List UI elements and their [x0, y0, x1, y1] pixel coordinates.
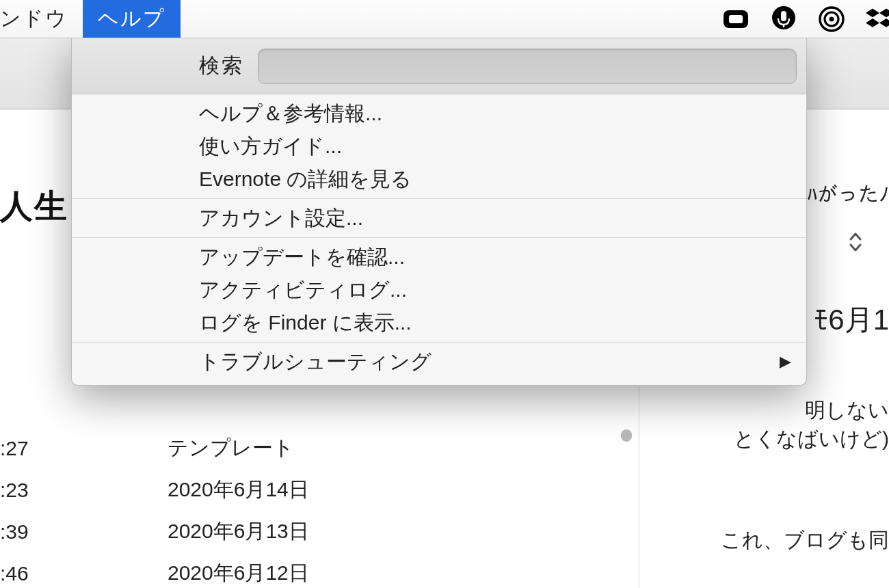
menu-group: アップデートを確認... アクティビティログ... ログを Finder に表示…	[72, 238, 806, 343]
menu-item-evernote-details[interactable]: Evernote の詳細を見る	[72, 163, 806, 196]
menu-item-label: トラブルシューティング	[199, 348, 432, 376]
menu-item-activity-log[interactable]: アクティビティログ...	[72, 273, 806, 306]
svg-rect-1	[729, 15, 743, 23]
row-time: :27	[0, 437, 58, 460]
menu-group: ヘルプ＆参考情報... 使い方ガイド... Evernote の詳細を見る	[72, 94, 806, 199]
submenu-arrow-icon: ▶	[780, 353, 791, 371]
help-search-input[interactable]	[258, 49, 797, 84]
detail-body-line: 明しない	[805, 397, 889, 425]
help-search-label: 検索	[199, 52, 244, 80]
menubar: ンドウ ヘルプ	[0, 0, 889, 38]
scrollbar-thumb[interactable]	[621, 429, 632, 442]
mic-icon[interactable]	[770, 5, 797, 33]
row-time: :23	[0, 479, 58, 502]
help-dropdown-menu: 検索 ヘルプ＆参考情報... 使い方ガイド... Evernote の詳細を見る…	[71, 38, 807, 386]
target-icon[interactable]	[818, 5, 845, 33]
video-icon[interactable]	[722, 5, 749, 33]
menu-item-show-log-finder[interactable]: ログを Finder に表示...	[72, 306, 806, 339]
list-item[interactable]: :46 2020年6月12日	[0, 552, 639, 588]
detail-date-fragment: ﾓ6月1	[814, 301, 889, 339]
sort-chevrons-icon[interactable]	[848, 231, 863, 258]
menu-item-troubleshooting[interactable]: トラブルシューティング ▶	[72, 345, 806, 378]
dropbox-icon[interactable]	[866, 5, 889, 33]
list-item[interactable]: :27 テンプレート	[0, 427, 639, 469]
row-label: 2020年6月13日	[58, 518, 309, 546]
menu-group: トラブルシューティング ▶	[72, 343, 806, 381]
svg-rect-3	[781, 11, 786, 21]
list-item[interactable]: :39 2020年6月13日	[0, 511, 639, 552]
menu-item-usage-guide[interactable]: 使い方ガイド...	[72, 130, 806, 163]
help-search-row: 検索	[72, 38, 806, 94]
row-label: 2020年6月12日	[58, 559, 309, 587]
svg-point-7	[830, 17, 834, 22]
detail-body-line: これ、ブログも同	[721, 526, 889, 554]
row-label: 2020年6月14日	[58, 476, 309, 504]
detail-header-fragment: ﾊがったﾉ	[807, 183, 889, 206]
menubar-status-area	[722, 0, 889, 38]
note-list: :27 テンプレート :23 2020年6月14日 :39 2020年6月13日…	[0, 427, 639, 588]
menubar-item-window[interactable]: ンドウ	[0, 0, 83, 38]
row-label: テンプレート	[58, 434, 294, 462]
menu-item-check-updates[interactable]: アップデートを確認...	[72, 241, 806, 273]
detail-body-line: とくなばいけど)	[734, 425, 889, 453]
menu-item-account-settings[interactable]: アカウント設定...	[72, 202, 806, 235]
menu-item-help-reference[interactable]: ヘルプ＆参考情報...	[72, 97, 806, 130]
menubar-item-help[interactable]: ヘルプ	[83, 0, 181, 38]
menu-group: アカウント設定...	[72, 199, 806, 238]
row-time: :39	[0, 520, 58, 544]
list-item[interactable]: :23 2020年6月14日	[0, 469, 639, 511]
row-time: :46	[0, 562, 58, 585]
